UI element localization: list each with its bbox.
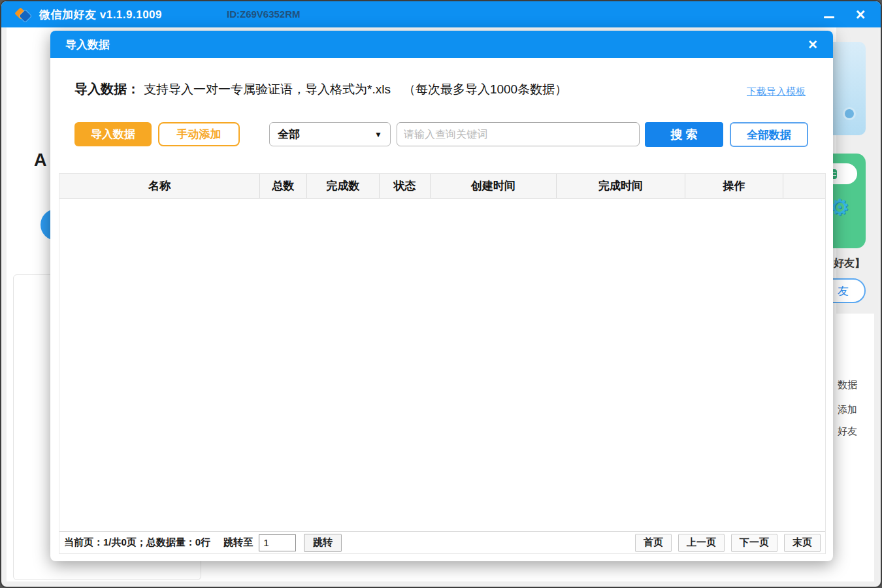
table-body-empty: [59, 199, 825, 531]
toolbar: 导入数据 手动添加 全部 ▼ 搜 索 全部数据: [50, 122, 833, 147]
app-window: A ⚙ 好友】 友 数据 添加 好友 微信加好友 v1.1.9.1009 ID:…: [0, 0, 882, 588]
app-logo-icon: [16, 7, 31, 22]
close-icon: ×: [856, 7, 866, 23]
jump-page-input[interactable]: [259, 534, 296, 551]
column-header-blank: [783, 174, 825, 198]
minimize-button[interactable]: [818, 3, 840, 25]
pagination-bar: 当前页：1/共0页；总数据量：0行 跳转至 跳转 首页 上一页 下一页 末页: [59, 531, 825, 553]
all-data-button[interactable]: 全部数据: [730, 122, 808, 147]
import-data-modal: 导入数据 × 导入数据：支持导入一对一专属验证语，导入格式为*.xls （每次最…: [50, 31, 833, 561]
first-page-button[interactable]: 首页: [635, 534, 672, 552]
column-header-created: 创建时间: [431, 174, 557, 198]
next-page-button[interactable]: 下一页: [731, 534, 777, 552]
column-header-status: 状态: [380, 174, 431, 198]
column-header-name: 名称: [59, 174, 260, 198]
data-table: 名称 总数 完成数 状态 创建时间 完成时间 操作 当前页：1/共0页；总数据量…: [59, 173, 826, 554]
page-status-text: 当前页：1/共0页；总数据量：0行: [64, 536, 210, 549]
import-data-button[interactable]: 导入数据: [74, 122, 152, 146]
download-template-link[interactable]: 下载导入模板: [747, 86, 806, 98]
prev-page-button[interactable]: 上一页: [678, 534, 725, 552]
description-row: 导入数据：支持导入一对一专属验证语，导入格式为*.xls （每次最多导入1000…: [74, 80, 715, 98]
minimize-icon: [824, 16, 834, 18]
window-close-button[interactable]: ×: [849, 3, 872, 25]
window-titlebar: 微信加好友 v1.1.9.1009 ID:Z69V6352RM ×: [1, 1, 881, 27]
table-header-row: 名称 总数 完成数 状态 创建时间 完成时间 操作: [59, 174, 825, 199]
filter-selected-value: 全部: [278, 127, 374, 142]
column-header-actions: 操作: [685, 174, 783, 198]
column-header-total: 总数: [260, 174, 307, 198]
close-icon: ×: [808, 35, 817, 54]
manual-add-button[interactable]: 手动添加: [158, 122, 240, 146]
modal-header: 导入数据 ×: [50, 31, 833, 58]
background-menu-fragment: 好友: [838, 425, 857, 438]
window-id-label: ID:Z69V6352RM: [227, 8, 301, 20]
chevron-down-icon: ▼: [374, 130, 382, 139]
column-header-completed: 完成数: [307, 174, 380, 198]
background-menu-fragment: 数据: [838, 379, 857, 391]
description-text: 支持导入一对一专属验证语，导入格式为*.xls （每次最多导入1000条数据）: [144, 82, 567, 96]
screen: A ⚙ 好友】 友 数据 添加 好友 微信加好友 v1.1.9.1009 ID:…: [0, 0, 882, 588]
background-menu-fragment: 添加: [838, 404, 857, 416]
jump-button[interactable]: 跳转: [304, 534, 342, 552]
modal-close-button[interactable]: ×: [802, 33, 824, 56]
background-right-panel: [836, 314, 874, 581]
search-input[interactable]: [397, 122, 640, 146]
column-header-finished: 完成时间: [557, 174, 685, 198]
jump-to-label: 跳转至: [223, 536, 253, 549]
last-page-button[interactable]: 末页: [784, 534, 821, 552]
background-partial-letter: A: [34, 150, 47, 171]
window-title: 微信加好友 v1.1.9.1009: [39, 7, 162, 22]
background-text-fragment: 好友】: [834, 257, 865, 270]
modal-title: 导入数据: [65, 37, 110, 52]
blue-dot-icon: [843, 107, 856, 120]
filter-dropdown[interactable]: 全部 ▼: [269, 122, 391, 146]
search-button[interactable]: 搜 索: [645, 122, 723, 147]
description-label: 导入数据：: [74, 82, 140, 96]
